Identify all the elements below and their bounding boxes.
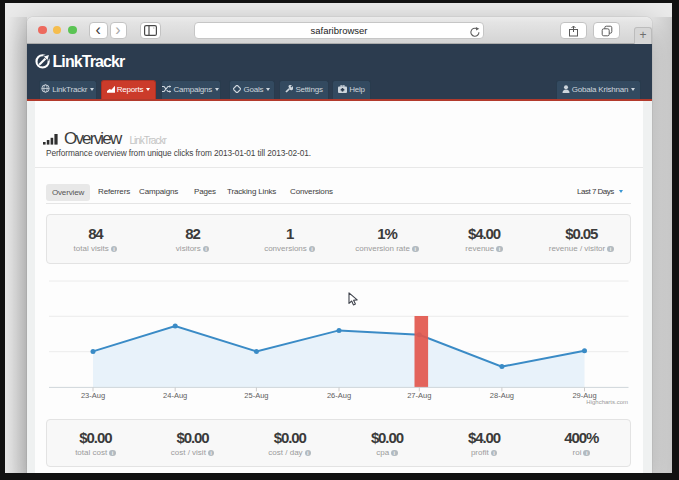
- svg-text:28-Aug: 28-Aug: [489, 391, 513, 400]
- svg-text:23-Aug: 23-Aug: [80, 391, 104, 400]
- svg-text:25-Aug: 25-Aug: [244, 391, 268, 400]
- svg-text:27-Aug: 27-Aug: [407, 391, 431, 400]
- svg-text:Highcharts.com: Highcharts.com: [586, 399, 628, 405]
- svg-text:24-Aug: 24-Aug: [163, 391, 187, 400]
- svg-text:26-Aug: 26-Aug: [326, 391, 350, 400]
